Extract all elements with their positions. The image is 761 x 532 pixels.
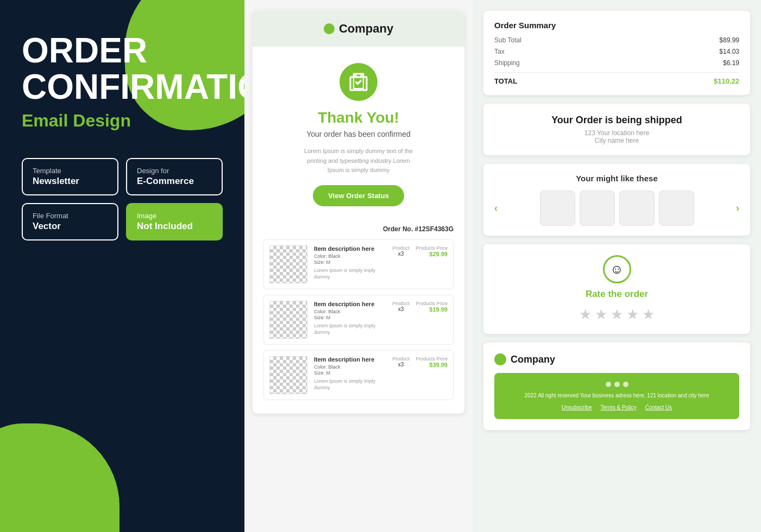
shipping-title: Your Order is being shipped — [494, 115, 739, 126]
rec-items-row: ‹ › — [494, 191, 739, 226]
item-color-1: Color: Black — [314, 254, 386, 259]
summary-row-subtotal: Sub Total $89.99 — [494, 36, 739, 44]
footer-company-name: Company — [511, 354, 555, 365]
summary-row-shipping: Shipping $6.19 — [494, 59, 739, 67]
tag-template: Template Newsletter — [22, 158, 118, 195]
footer-terms-link[interactable]: Terms & Policy — [601, 404, 637, 410]
item-image-1 — [269, 245, 307, 283]
star-4[interactable]: ★ — [626, 306, 639, 323]
footer-unsubscribe-link[interactable]: Unsubscribe — [562, 404, 592, 410]
confirmed-text: Your order has been confirmed — [263, 130, 454, 138]
tax-value: $14.03 — [719, 48, 739, 55]
rate-title: Rate the order — [494, 289, 739, 300]
footer-copyright: 2022 All right reserved Your business ad… — [505, 391, 728, 400]
item-qty-3: Product x3 — [392, 356, 409, 368]
company-dot-icon — [324, 23, 335, 34]
summary-row-tax: Tax $14.03 — [494, 48, 739, 55]
order-item-1: Item description here Color: Black Size:… — [263, 239, 454, 289]
rec-item-4 — [659, 191, 694, 226]
thank-you-text: Thank You! — [263, 109, 454, 126]
footer-card: Company 2022 All right reserved Your bus… — [483, 343, 750, 430]
footer-dots — [505, 382, 728, 387]
tag-design: Design for E-Commerce — [126, 158, 223, 195]
star-2[interactable]: ★ — [595, 306, 607, 323]
item-name-1: Item description here — [314, 245, 386, 252]
view-order-button[interactable]: View Order Status — [313, 185, 404, 206]
item-size-3: Size: M — [314, 370, 386, 376]
main-title: ORDER CONFIRMATION — [22, 33, 223, 105]
recommendations-card: Your might like these ‹ › — [483, 164, 750, 236]
shipping-card: Your Order is being shipped 123 Your loc… — [483, 104, 750, 155]
footer-dot-1 — [606, 382, 611, 387]
summary-title: Order Summary — [494, 21, 739, 30]
item-desc-3: Lorem Ipsum is simply imply dummy — [314, 378, 386, 391]
item-price-3: Products Price $39.99 — [416, 356, 448, 368]
tax-label: Tax — [494, 48, 505, 55]
item-name-3: Item description here — [314, 356, 386, 363]
star-1[interactable]: ★ — [579, 306, 592, 323]
item-name-2: Item description here — [314, 301, 386, 307]
item-price-1: Products Price $29.99 — [416, 245, 448, 257]
shipping-label: Shipping — [494, 59, 520, 67]
item-qty-2: Product x3 — [392, 301, 409, 312]
rec-item-3 — [619, 191, 655, 226]
item-qty-1: Product x3 — [392, 245, 409, 257]
footer-dot-3 — [623, 382, 628, 387]
item-desc-2: Lorem Ipsum is simply imply dummy — [314, 322, 386, 336]
tag-value-image: Not Included — [137, 221, 212, 232]
item-image-3 — [269, 356, 307, 394]
tag-label-format: File Format — [33, 212, 108, 220]
order-number: Order No. #12SF4363G — [263, 225, 454, 233]
order-item-3: Item description here Color: Black Size:… — [263, 350, 454, 400]
left-panel: ORDER CONFIRMATION Email Design Template… — [0, 0, 244, 532]
footer-contact-link[interactable]: Contact Us — [645, 404, 672, 410]
tag-image: Image Not Included — [126, 203, 223, 240]
center-panel: Company Thank You! Your order has been c… — [244, 0, 473, 532]
tag-value-template: Newsletter — [33, 176, 108, 187]
email-header: Company — [253, 11, 464, 47]
rec-item-1 — [540, 191, 575, 226]
shipping-value: $6.19 — [723, 59, 739, 67]
tag-format: File Format Vector — [22, 203, 118, 240]
rec-item-2 — [580, 191, 615, 226]
right-panel: Order Summary Sub Total $89.99 Tax $14.0… — [473, 0, 761, 532]
email-company-name: Company — [339, 22, 393, 36]
footer-green-box: 2022 All right reserved Your business ad… — [494, 373, 739, 419]
item-size-1: Size: M — [314, 259, 386, 265]
rec-items-list — [502, 191, 732, 226]
item-color-3: Color: Black — [314, 364, 386, 370]
star-5[interactable]: ★ — [642, 306, 655, 323]
bag-svg — [349, 72, 368, 92]
footer-links: Unsubscribe Terms & Policy Contact Us — [505, 404, 728, 410]
tag-value-format: Vector — [33, 221, 108, 232]
total-label: TOTAL — [494, 77, 517, 85]
bag-icon — [339, 63, 378, 101]
tag-label-template: Template — [33, 167, 108, 175]
order-section: Order No. #12SF4363G Item description he… — [253, 217, 464, 414]
next-arrow-icon[interactable]: › — [736, 202, 739, 214]
smiley-icon: ☺ — [603, 255, 631, 283]
email-hero: Thank You! Your order has been confirmed… — [253, 47, 464, 217]
item-desc-1: Lorem Ipsum is simply imply dummy — [314, 267, 386, 281]
item-price-2: Products Price $19.99 — [416, 301, 448, 313]
total-value: $110.22 — [714, 77, 739, 85]
sub-title: Email Design — [22, 111, 223, 131]
subtotal-label: Sub Total — [494, 36, 521, 44]
tag-label-image: Image — [137, 212, 212, 220]
item-image-2 — [269, 301, 307, 339]
order-item-2: Item description here Color: Black Size:… — [263, 295, 454, 345]
footer-company-dot-icon — [494, 353, 506, 365]
subtotal-value: $89.99 — [719, 36, 739, 44]
tag-value-design: E-Commerce — [137, 176, 212, 187]
footer-company: Company — [494, 353, 739, 365]
prev-arrow-icon[interactable]: ‹ — [494, 202, 498, 214]
tags-grid: Template Newsletter Design for E-Commerc… — [22, 158, 223, 240]
item-details-2: Item description here Color: Black Size:… — [314, 301, 386, 336]
footer-dot-2 — [614, 382, 620, 387]
lorem-text: Lorem Ipsum is simply dummy text of the … — [299, 147, 418, 175]
tag-label-design: Design for — [137, 167, 212, 175]
item-details-1: Item description here Color: Black Size:… — [314, 245, 386, 281]
stars-row: ★ ★ ★ ★ ★ — [494, 306, 739, 323]
star-3[interactable]: ★ — [611, 306, 623, 323]
rating-card: ☺ Rate the order ★ ★ ★ ★ ★ — [483, 244, 750, 334]
